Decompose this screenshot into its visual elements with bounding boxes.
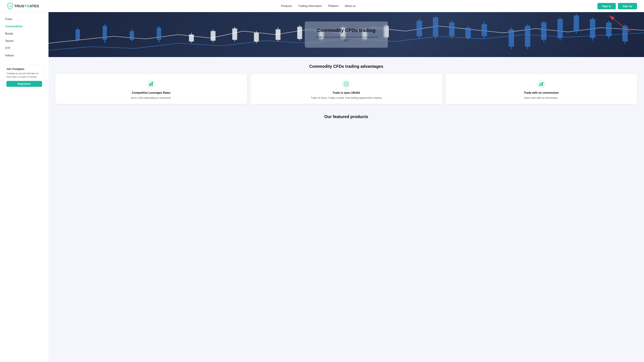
sidebar: Forex Commodities Bonds Stocks ETF Indic… — [0, 12, 48, 362]
sidebar-item-etf[interactable]: ETF — [4, 45, 45, 52]
header-buttons: Sign in Sign up — [598, 3, 637, 9]
main-layout: Forex Commodities Bonds Stocks ETF Indic… — [0, 12, 644, 362]
logo-text: TRUSTGATES — [14, 4, 39, 8]
svg-rect-57 — [149, 84, 150, 86]
nav-platform[interactable]: Platform — [328, 4, 338, 7]
advantages-section: Commodity CFDs trading advantages Compet… — [48, 57, 644, 109]
clock-icon — [344, 82, 348, 86]
advantage-desc-commission: Save more with no commission. — [449, 96, 634, 100]
header: TG TRUSTGATES Products Trading informati… — [0, 0, 644, 12]
svg-rect-64 — [539, 84, 540, 86]
hero-subtitle: Trade CFDs on hundreds of barrels of oil… — [314, 36, 379, 41]
sidebar-item-bonds[interactable]: Bonds — [4, 30, 45, 37]
advantage-icon-commission — [537, 80, 546, 89]
advantage-title-leverages: Competitive Leverages Rates — [59, 91, 244, 94]
sign-in-button[interactable]: Sign in — [598, 3, 616, 9]
sidebar-join-box: Join Trustgates Creating an account will… — [4, 64, 45, 90]
no-commission-icon — [539, 82, 544, 86]
nav-products[interactable]: Products — [281, 4, 292, 7]
hero-card: Commodity CFDs trading Trade CFDs on hun… — [305, 21, 388, 48]
svg-rect-65 — [540, 83, 542, 86]
featured-section: Our featured products — [48, 109, 644, 123]
svg-rect-66 — [542, 82, 543, 86]
hero-banner: Commodity CFDs trading Trade CFDs on hun… — [48, 12, 644, 57]
advantage-desc-hours: Trade 24 hours, 5 days a week. Find trad… — [254, 96, 438, 100]
main-nav: Products Trading information Platform Ab… — [281, 4, 356, 7]
logo[interactable]: TG TRUSTGATES — [7, 2, 39, 9]
advantage-card-commission: Trade with no commission Save more with … — [446, 74, 637, 104]
advantages-grid: Competitive Leverages Rates Up to 1:500 … — [56, 74, 637, 104]
sign-up-button[interactable]: Sign up — [618, 3, 637, 9]
advantages-title: Commodity CFDs trading advantages — [56, 64, 637, 69]
sidebar-nav-list: Forex Commodities Bonds Stocks ETF Indic… — [0, 15, 48, 59]
sidebar-item-stocks[interactable]: Stocks — [4, 37, 45, 45]
svg-text:TG: TG — [9, 5, 12, 7]
page-content: Commodity CFDs trading Trade CFDs on hun… — [48, 12, 644, 362]
advantage-icon-hours — [342, 80, 351, 89]
hero-title: Commodity CFDs trading — [314, 28, 379, 33]
sidebar-item-indices[interactable]: Indices — [4, 52, 45, 59]
chart-bars-icon — [149, 82, 154, 86]
advantage-title-commission: Trade with no commission — [449, 91, 634, 94]
svg-line-63 — [346, 84, 347, 85]
nav-trading-information[interactable]: Trading information — [298, 4, 322, 7]
join-desc: Creating an account will take no more th… — [6, 72, 42, 78]
svg-rect-59 — [152, 82, 153, 86]
advantage-desc-leverages: Up to 1:500 depending on instrument. — [59, 96, 244, 100]
svg-rect-58 — [150, 83, 151, 86]
advantage-icon-leverages — [147, 80, 156, 89]
register-button[interactable]: Registation — [6, 81, 42, 87]
sidebar-item-forex[interactable]: Forex — [4, 15, 45, 23]
logo-icon: TG — [7, 2, 13, 9]
sidebar-item-commodities[interactable]: Commodities — [4, 23, 45, 30]
join-title: Join Trustgates — [6, 68, 42, 70]
advantage-card-leverages: Competitive Leverages Rates Up to 1:500 … — [56, 74, 247, 104]
advantage-card-hours: Trade is open 24h/5d Trade 24 hours, 5 d… — [250, 74, 442, 104]
nav-about-us[interactable]: About us — [344, 4, 356, 7]
featured-title: Our featured products — [56, 114, 637, 119]
advantage-title-hours: Trade is open 24h/5d — [254, 91, 438, 94]
